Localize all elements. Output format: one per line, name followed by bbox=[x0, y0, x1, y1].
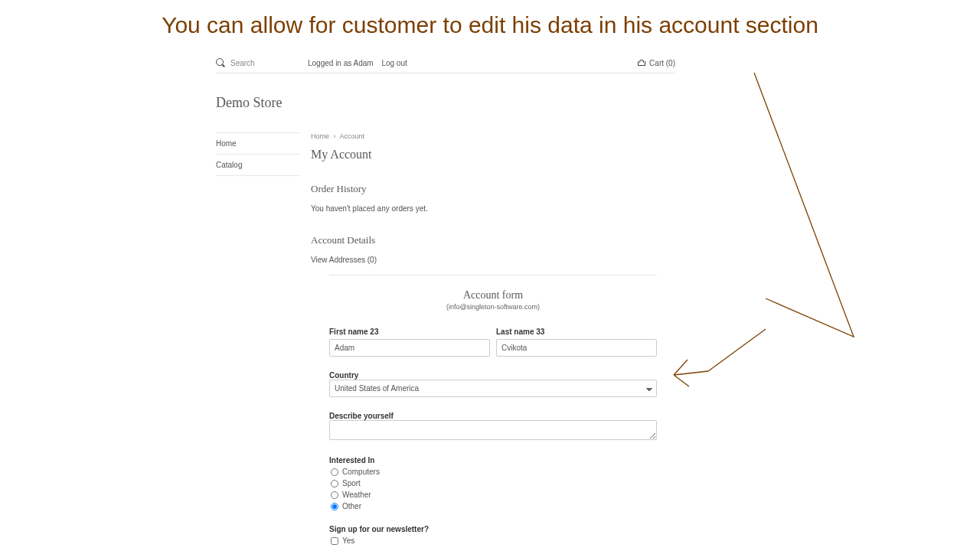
last-name-input[interactable] bbox=[496, 339, 657, 357]
search-placeholder: Search bbox=[230, 59, 255, 67]
interest-label: Computers bbox=[342, 468, 380, 476]
search-field[interactable]: Search bbox=[216, 58, 308, 68]
interest-option-computers[interactable]: Computers bbox=[329, 468, 657, 476]
annotation-arrow bbox=[666, 69, 865, 390]
country-label: Country bbox=[329, 371, 358, 380]
radio-icon[interactable] bbox=[331, 503, 338, 510]
last-name-label: Last name 33 bbox=[496, 328, 657, 336]
radio-icon[interactable] bbox=[331, 480, 338, 487]
interest-option-other[interactable]: Other bbox=[329, 502, 657, 510]
breadcrumb-current: Account bbox=[340, 132, 365, 140]
interest-label: Other bbox=[342, 502, 361, 510]
view-addresses-link[interactable]: View Addresses (0) bbox=[311, 256, 377, 264]
search-icon bbox=[216, 58, 226, 68]
top-bar: Search Logged in as Adam Log out Cart (0… bbox=[216, 54, 675, 73]
describe-label: Describe yourself bbox=[329, 412, 394, 420]
first-name-label: First name 23 bbox=[329, 328, 490, 336]
login-status: Logged in as Adam Log out bbox=[308, 59, 637, 67]
interest-option-weather[interactable]: Weather bbox=[329, 491, 657, 499]
radio-icon[interactable] bbox=[331, 468, 338, 476]
no-orders-text: You haven't placed any orders yet. bbox=[311, 204, 675, 213]
interest-option-sport[interactable]: Sport bbox=[329, 479, 657, 487]
sidebar-nav: Home Catalog bbox=[216, 132, 300, 551]
newsletter-option-yes[interactable]: Yes bbox=[329, 536, 657, 545]
store-logo-text[interactable]: Demo Store bbox=[216, 95, 675, 111]
cart-icon bbox=[637, 60, 646, 67]
logout-link[interactable]: Log out bbox=[381, 59, 407, 67]
interest-label: Weather bbox=[342, 491, 371, 499]
checkbox-icon[interactable] bbox=[331, 537, 338, 545]
divider bbox=[329, 275, 657, 276]
order-history-heading: Order History bbox=[311, 183, 675, 195]
country-select[interactable]: United States of America bbox=[329, 380, 657, 397]
cart-label: Cart (0) bbox=[649, 59, 675, 67]
logged-in-as-text: Logged in as Adam bbox=[308, 59, 374, 67]
account-form: Account form (info@singleton-software.co… bbox=[311, 275, 675, 551]
newsletter-label: Sign up for our newsletter? bbox=[329, 525, 429, 533]
interest-label: Sport bbox=[342, 479, 361, 487]
form-subtitle: (info@singleton-software.com) bbox=[329, 303, 657, 311]
cart-link[interactable]: Cart (0) bbox=[637, 59, 675, 67]
newsletter-option-label: Yes bbox=[342, 536, 354, 545]
breadcrumb: Home › Account bbox=[311, 132, 675, 140]
form-title: Account form bbox=[329, 289, 657, 302]
sidebar-item-home[interactable]: Home bbox=[216, 132, 300, 155]
breadcrumb-home[interactable]: Home bbox=[311, 132, 329, 140]
storefront-page: Search Logged in as Adam Log out Cart (0… bbox=[216, 54, 675, 551]
sidebar-item-catalog[interactable]: Catalog bbox=[216, 155, 300, 176]
main-content: Home › Account My Account Order History … bbox=[300, 132, 675, 551]
first-name-input[interactable] bbox=[329, 339, 490, 357]
chevron-right-icon: › bbox=[334, 132, 336, 140]
account-details-heading: Account Details bbox=[311, 234, 675, 246]
radio-icon[interactable] bbox=[331, 491, 338, 499]
page-title: My Account bbox=[311, 148, 675, 161]
describe-textarea[interactable] bbox=[329, 420, 657, 440]
interested-in-label: Interested In bbox=[329, 456, 374, 465]
annotation-headline: You can allow for customer to edit his d… bbox=[0, 12, 980, 38]
